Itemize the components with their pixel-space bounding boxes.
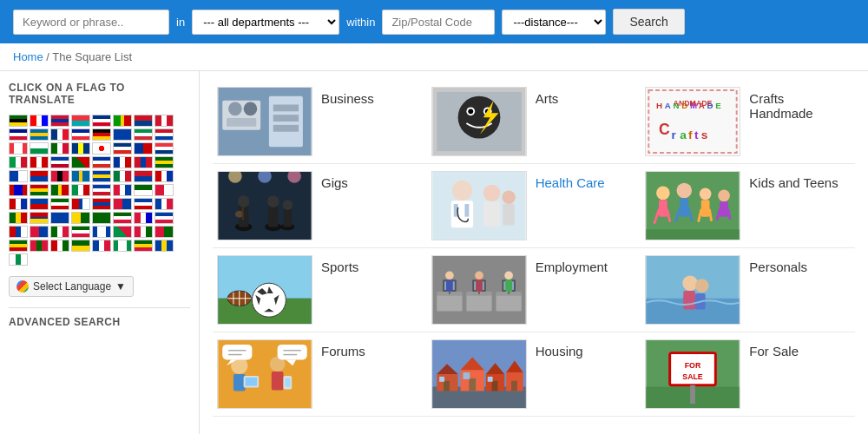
flag-58[interactable] (30, 212, 49, 224)
flag-6[interactable] (113, 115, 132, 127)
distance-select[interactable]: ---distance--- (502, 10, 606, 35)
flag-12[interactable] (71, 128, 90, 141)
flag-59[interactable] (50, 212, 69, 224)
flag-35[interactable] (50, 170, 69, 182)
flag-48[interactable] (155, 184, 174, 196)
flag-75[interactable] (50, 240, 69, 252)
flag-4[interactable] (71, 115, 90, 127)
flag-60[interactable] (71, 212, 90, 224)
flag-46[interactable] (113, 184, 132, 196)
flag-44[interactable] (71, 184, 90, 196)
category-name-forums[interactable]: Forums (312, 339, 374, 363)
flag-55[interactable] (134, 198, 153, 210)
flag-31[interactable] (134, 156, 153, 168)
flag-14[interactable] (113, 128, 132, 141)
flag-30[interactable] (113, 156, 132, 168)
category-name-forsale[interactable]: For Sale (740, 339, 807, 363)
flag-63[interactable] (134, 212, 153, 224)
flag-52[interactable] (71, 198, 90, 210)
flag-36[interactable] (71, 170, 90, 182)
flag-2[interactable] (30, 115, 49, 127)
advanced-search-link[interactable]: ADVANCED SEARCH (9, 316, 121, 328)
flag-5[interactable] (92, 115, 111, 127)
flag-20[interactable] (71, 142, 90, 155)
flag-65[interactable] (9, 226, 28, 238)
flag-22[interactable] (113, 142, 132, 155)
flag-77[interactable] (92, 240, 111, 252)
flag-71[interactable] (134, 226, 153, 238)
flag-39[interactable] (134, 170, 153, 182)
flag-25[interactable] (9, 156, 28, 168)
category-name-sports[interactable]: Sports (312, 255, 367, 279)
category-name-kids[interactable]: Kids and Teens (740, 171, 846, 194)
flag-42[interactable] (30, 184, 49, 196)
flag-29[interactable] (92, 156, 111, 168)
flag-7[interactable] (134, 115, 153, 127)
flag-80[interactable] (155, 240, 174, 252)
flag-64[interactable] (155, 212, 174, 224)
flag-50[interactable] (30, 198, 49, 210)
flag-34[interactable] (30, 170, 49, 182)
flag-67[interactable] (50, 226, 69, 238)
flag-72[interactable] (155, 226, 174, 238)
flag-68[interactable] (71, 226, 90, 238)
category-name-business[interactable]: Business (312, 87, 383, 110)
flag-56[interactable] (155, 198, 174, 210)
flag-23[interactable] (134, 142, 153, 155)
select-language-button[interactable]: Select Language ▼ (9, 276, 134, 297)
flag-49[interactable] (9, 198, 28, 210)
flag-51[interactable] (50, 198, 69, 210)
flag-11[interactable] (50, 128, 69, 141)
category-name-gigs[interactable]: Gigs (312, 171, 357, 194)
flag-3[interactable] (50, 115, 69, 127)
flag-21[interactable] (92, 142, 111, 155)
search-button[interactable]: Search (613, 9, 684, 35)
flag-70[interactable] (113, 226, 132, 238)
flag-15[interactable] (134, 128, 153, 141)
category-name-employment[interactable]: Employment (527, 255, 616, 279)
flag-54[interactable] (113, 198, 132, 210)
zip-input[interactable] (382, 10, 495, 35)
flag-40[interactable] (155, 170, 174, 182)
flag-17[interactable] (9, 142, 28, 155)
flag-26[interactable] (30, 156, 49, 168)
category-name-housing[interactable]: Housing (527, 339, 592, 363)
flag-66[interactable] (30, 226, 49, 238)
category-name-personals[interactable]: Personals (740, 255, 816, 279)
flag-53[interactable] (92, 198, 111, 210)
category-name-arts[interactable]: Arts (527, 87, 568, 110)
flag-18[interactable] (30, 142, 49, 155)
breadcrumb-home[interactable]: Home (13, 50, 43, 63)
flag-24[interactable] (155, 142, 174, 155)
flag-33[interactable] (9, 170, 28, 182)
category-name-crafts[interactable]: Crafts Handmade (740, 87, 851, 125)
flag-62[interactable] (113, 212, 132, 224)
flag-69[interactable] (92, 226, 111, 238)
keyword-input[interactable] (13, 10, 169, 35)
flag-32[interactable] (155, 156, 174, 168)
department-select[interactable]: --- all departments --- (192, 10, 339, 35)
flag-74[interactable] (30, 240, 49, 252)
flag-1[interactable] (9, 115, 28, 127)
flag-8[interactable] (155, 115, 174, 127)
flag-37[interactable] (92, 170, 111, 182)
flag-45[interactable] (92, 184, 111, 196)
flag-13[interactable] (92, 128, 111, 141)
category-name-healthcare[interactable]: Health Care (527, 171, 614, 194)
flag-38[interactable] (113, 170, 132, 182)
flag-76[interactable] (71, 240, 90, 252)
flag-78[interactable] (113, 240, 132, 252)
flag-79[interactable] (134, 240, 153, 252)
flag-16[interactable] (155, 128, 174, 141)
flag-43[interactable] (50, 184, 69, 196)
flag-10[interactable] (30, 128, 49, 141)
flag-73[interactable] (9, 240, 28, 252)
flag-81[interactable] (9, 253, 28, 266)
flag-61[interactable] (92, 212, 111, 224)
flag-41[interactable] (9, 184, 28, 196)
flag-57[interactable] (9, 212, 28, 224)
flag-28[interactable] (71, 156, 90, 168)
flag-27[interactable] (50, 156, 69, 168)
flag-19[interactable] (50, 142, 69, 155)
flag-9[interactable] (9, 128, 28, 141)
